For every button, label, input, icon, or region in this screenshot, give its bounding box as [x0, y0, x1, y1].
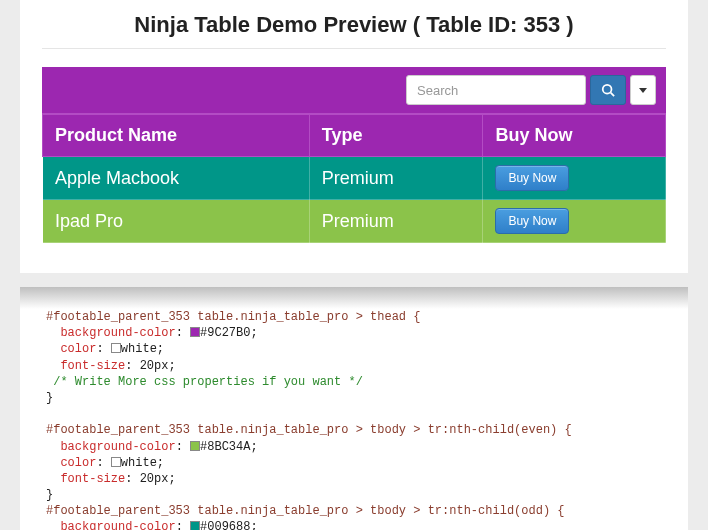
css-code-block: #footable_parent_353 table.ninja_table_p… [20, 287, 688, 530]
code-value: white [121, 342, 157, 356]
cell-type: Premium [309, 200, 483, 243]
toolbar-dropdown[interactable] [630, 75, 656, 105]
code-brace: } [46, 488, 53, 502]
data-table: Product Name Type Buy Now Apple Macbook … [42, 114, 666, 243]
cell-buy: Buy Now [483, 200, 666, 243]
svg-line-1 [611, 93, 615, 97]
code-prop: font-size [60, 359, 125, 373]
code-comment: /* Write More css properties if you want… [53, 375, 363, 389]
color-swatch [190, 327, 200, 337]
code-value: 20px [140, 472, 169, 486]
code-prop: font-size [60, 472, 125, 486]
code-prop: background-color [60, 520, 175, 530]
code-selector: #footable_parent_353 table.ninja_table_p… [46, 423, 572, 437]
cell-product-name: Apple Macbook [43, 157, 310, 200]
table-toolbar [42, 67, 666, 114]
search-button[interactable] [590, 75, 626, 105]
col-type[interactable]: Type [309, 115, 483, 157]
code-prop: color [60, 456, 96, 470]
preview-card: Ninja Table Demo Preview ( Table ID: 353… [20, 0, 688, 273]
table-row: Ipad Pro Premium Buy Now [43, 200, 666, 243]
color-swatch [190, 521, 200, 530]
cell-type: Premium [309, 157, 483, 200]
search-input[interactable] [406, 75, 586, 105]
caret-down-icon [639, 88, 647, 93]
code-value: #009688 [200, 520, 250, 530]
color-swatch [111, 343, 121, 353]
code-prop: background-color [60, 326, 175, 340]
buy-now-button[interactable]: Buy Now [495, 208, 569, 234]
page-title: Ninja Table Demo Preview ( Table ID: 353… [42, 8, 666, 48]
color-swatch [190, 441, 200, 451]
code-value: #9C27B0 [200, 326, 250, 340]
code-selector: #footable_parent_353 table.ninja_table_p… [46, 310, 420, 324]
divider [42, 48, 666, 49]
color-swatch [111, 457, 121, 467]
code-prop: color [60, 342, 96, 356]
cell-product-name: Ipad Pro [43, 200, 310, 243]
code-selector: #footable_parent_353 table.ninja_table_p… [46, 504, 564, 518]
table-row: Apple Macbook Premium Buy Now [43, 157, 666, 200]
table-header-row: Product Name Type Buy Now [43, 115, 666, 157]
code-brace: } [46, 391, 53, 405]
buy-now-button[interactable]: Buy Now [495, 165, 569, 191]
svg-point-0 [603, 85, 612, 94]
code-prop: background-color [60, 440, 175, 454]
code-value: 20px [140, 359, 169, 373]
code-value: white [121, 456, 157, 470]
cell-buy: Buy Now [483, 157, 666, 200]
search-icon [601, 83, 615, 97]
col-buy-now[interactable]: Buy Now [483, 115, 666, 157]
code-value: #8BC34A [200, 440, 250, 454]
col-product-name[interactable]: Product Name [43, 115, 310, 157]
